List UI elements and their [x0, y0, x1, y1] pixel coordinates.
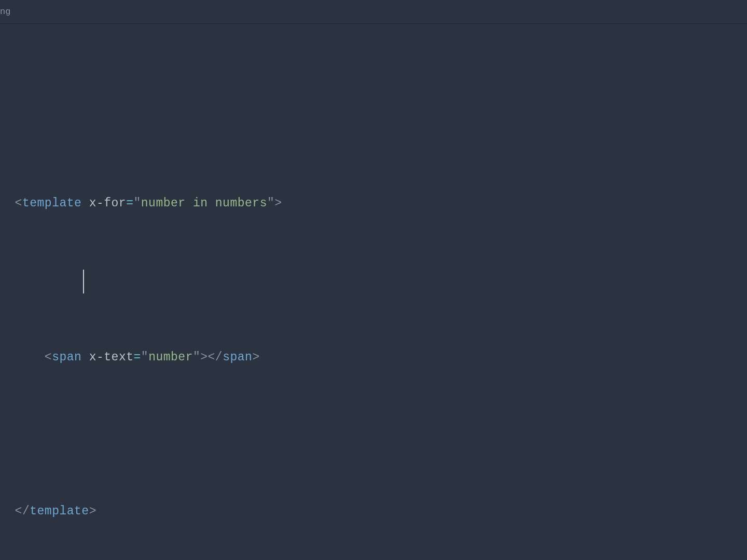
- tab-bar: ng: [0, 0, 747, 24]
- code-line: <span x-text="number"></span>: [0, 342, 747, 373]
- text-cursor: [83, 270, 84, 293]
- code-line: <template x-for="number in numbers">: [0, 188, 747, 219]
- active-tab-label[interactable]: ng: [0, 7, 10, 17]
- code-editor[interactable]: <template x-for="number in numbers"> <sp…: [0, 24, 747, 560]
- code-line: </template>: [0, 496, 747, 527]
